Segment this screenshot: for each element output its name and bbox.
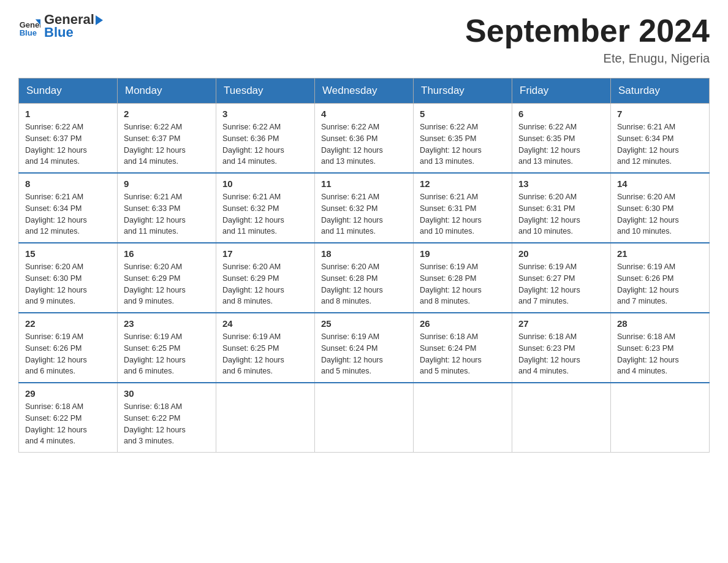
page-header: General Blue General Blue September 2024… bbox=[18, 12, 710, 66]
col-thursday: Thursday bbox=[414, 79, 512, 104]
day-number: 7 bbox=[617, 109, 703, 119]
day-number: 2 bbox=[124, 109, 210, 119]
table-row: 29 Sunrise: 6:18 AM Sunset: 6:22 PM Dayl… bbox=[19, 383, 118, 453]
day-number: 16 bbox=[124, 248, 210, 259]
day-info: Sunrise: 6:18 AM Sunset: 6:24 PM Dayligh… bbox=[420, 331, 506, 377]
table-row: 2 Sunrise: 6:22 AM Sunset: 6:37 PM Dayli… bbox=[118, 104, 216, 174]
day-number: 1 bbox=[25, 109, 111, 119]
table-row: 15 Sunrise: 6:20 AM Sunset: 6:30 PM Dayl… bbox=[19, 243, 118, 313]
calendar-week-row: 22 Sunrise: 6:19 AM Sunset: 6:26 PM Dayl… bbox=[19, 313, 710, 383]
table-row: 18 Sunrise: 6:20 AM Sunset: 6:28 PM Dayl… bbox=[315, 243, 414, 313]
calendar-subtitle: Ete, Enugu, Nigeria bbox=[465, 52, 710, 66]
day-number: 17 bbox=[222, 248, 308, 259]
day-info: Sunrise: 6:19 AM Sunset: 6:26 PM Dayligh… bbox=[617, 261, 703, 307]
day-info: Sunrise: 6:22 AM Sunset: 6:35 PM Dayligh… bbox=[518, 121, 604, 167]
day-info: Sunrise: 6:20 AM Sunset: 6:31 PM Dayligh… bbox=[518, 191, 604, 237]
table-row: 10 Sunrise: 6:21 AM Sunset: 6:32 PM Dayl… bbox=[216, 173, 315, 243]
table-row: 30 Sunrise: 6:18 AM Sunset: 6:22 PM Dayl… bbox=[118, 383, 216, 453]
table-row: 4 Sunrise: 6:22 AM Sunset: 6:36 PM Dayli… bbox=[315, 104, 414, 174]
table-row: 13 Sunrise: 6:20 AM Sunset: 6:31 PM Dayl… bbox=[512, 173, 611, 243]
day-info: Sunrise: 6:22 AM Sunset: 6:37 PM Dayligh… bbox=[25, 121, 111, 167]
day-info: Sunrise: 6:20 AM Sunset: 6:29 PM Dayligh… bbox=[124, 261, 210, 307]
day-info: Sunrise: 6:22 AM Sunset: 6:37 PM Dayligh… bbox=[124, 121, 210, 167]
day-number: 13 bbox=[518, 178, 604, 189]
table-row bbox=[512, 383, 611, 453]
table-row: 22 Sunrise: 6:19 AM Sunset: 6:26 PM Dayl… bbox=[19, 313, 118, 383]
logo: General Blue General Blue bbox=[18, 12, 103, 40]
logo-flag bbox=[96, 15, 103, 25]
table-row: 5 Sunrise: 6:22 AM Sunset: 6:35 PM Dayli… bbox=[414, 104, 512, 174]
day-number: 26 bbox=[420, 318, 506, 329]
table-row: 1 Sunrise: 6:22 AM Sunset: 6:37 PM Dayli… bbox=[19, 104, 118, 174]
table-row: 6 Sunrise: 6:22 AM Sunset: 6:35 PM Dayli… bbox=[512, 104, 611, 174]
calendar-header-row: Sunday Monday Tuesday Wednesday Thursday… bbox=[19, 79, 710, 104]
day-info: Sunrise: 6:20 AM Sunset: 6:28 PM Dayligh… bbox=[321, 261, 407, 307]
day-info: Sunrise: 6:18 AM Sunset: 6:23 PM Dayligh… bbox=[617, 331, 703, 377]
calendar-week-row: 15 Sunrise: 6:20 AM Sunset: 6:30 PM Dayl… bbox=[19, 243, 710, 313]
day-number: 18 bbox=[321, 248, 407, 259]
calendar-week-row: 8 Sunrise: 6:21 AM Sunset: 6:34 PM Dayli… bbox=[19, 173, 710, 243]
day-number: 8 bbox=[25, 178, 111, 189]
day-info: Sunrise: 6:19 AM Sunset: 6:28 PM Dayligh… bbox=[420, 261, 506, 307]
col-wednesday: Wednesday bbox=[315, 79, 414, 104]
table-row bbox=[611, 383, 710, 453]
col-sunday: Sunday bbox=[19, 79, 118, 104]
table-row: 7 Sunrise: 6:21 AM Sunset: 6:34 PM Dayli… bbox=[611, 104, 710, 174]
day-info: Sunrise: 6:18 AM Sunset: 6:22 PM Dayligh… bbox=[25, 401, 111, 447]
logo-icon: General Blue bbox=[18, 15, 40, 37]
table-row: 12 Sunrise: 6:21 AM Sunset: 6:31 PM Dayl… bbox=[414, 173, 512, 243]
table-row: 8 Sunrise: 6:21 AM Sunset: 6:34 PM Dayli… bbox=[19, 173, 118, 243]
day-info: Sunrise: 6:21 AM Sunset: 6:34 PM Dayligh… bbox=[617, 121, 703, 167]
day-number: 3 bbox=[222, 109, 308, 119]
day-info: Sunrise: 6:22 AM Sunset: 6:36 PM Dayligh… bbox=[321, 121, 407, 167]
day-number: 20 bbox=[518, 248, 604, 259]
day-info: Sunrise: 6:20 AM Sunset: 6:29 PM Dayligh… bbox=[222, 261, 308, 307]
day-number: 9 bbox=[124, 178, 210, 189]
table-row: 26 Sunrise: 6:18 AM Sunset: 6:24 PM Dayl… bbox=[414, 313, 512, 383]
day-info: Sunrise: 6:21 AM Sunset: 6:32 PM Dayligh… bbox=[321, 191, 407, 237]
day-number: 22 bbox=[25, 318, 111, 329]
day-number: 24 bbox=[222, 318, 308, 329]
table-row bbox=[216, 383, 315, 453]
day-number: 10 bbox=[222, 178, 308, 189]
day-number: 15 bbox=[25, 248, 111, 259]
table-row: 19 Sunrise: 6:19 AM Sunset: 6:28 PM Dayl… bbox=[414, 243, 512, 313]
col-monday: Monday bbox=[118, 79, 216, 104]
day-number: 11 bbox=[321, 178, 407, 189]
table-row bbox=[315, 383, 414, 453]
day-info: Sunrise: 6:22 AM Sunset: 6:36 PM Dayligh… bbox=[222, 121, 308, 167]
day-number: 6 bbox=[518, 109, 604, 119]
table-row bbox=[414, 383, 512, 453]
day-info: Sunrise: 6:18 AM Sunset: 6:22 PM Dayligh… bbox=[124, 401, 210, 447]
day-number: 29 bbox=[25, 388, 111, 399]
day-number: 30 bbox=[124, 388, 210, 399]
day-info: Sunrise: 6:19 AM Sunset: 6:24 PM Dayligh… bbox=[321, 331, 407, 377]
day-info: Sunrise: 6:20 AM Sunset: 6:30 PM Dayligh… bbox=[617, 191, 703, 237]
day-number: 27 bbox=[518, 318, 604, 329]
day-number: 21 bbox=[617, 248, 703, 259]
table-row: 20 Sunrise: 6:19 AM Sunset: 6:27 PM Dayl… bbox=[512, 243, 611, 313]
day-info: Sunrise: 6:21 AM Sunset: 6:34 PM Dayligh… bbox=[25, 191, 111, 237]
table-row: 3 Sunrise: 6:22 AM Sunset: 6:36 PM Dayli… bbox=[216, 104, 315, 174]
calendar-table: Sunday Monday Tuesday Wednesday Thursday… bbox=[18, 78, 710, 453]
day-info: Sunrise: 6:20 AM Sunset: 6:30 PM Dayligh… bbox=[25, 261, 111, 307]
title-block: September 2024 Ete, Enugu, Nigeria bbox=[465, 12, 710, 66]
table-row: 27 Sunrise: 6:18 AM Sunset: 6:23 PM Dayl… bbox=[512, 313, 611, 383]
calendar-title: September 2024 bbox=[465, 12, 710, 49]
day-info: Sunrise: 6:21 AM Sunset: 6:32 PM Dayligh… bbox=[222, 191, 308, 237]
table-row: 16 Sunrise: 6:20 AM Sunset: 6:29 PM Dayl… bbox=[118, 243, 216, 313]
col-saturday: Saturday bbox=[611, 79, 710, 104]
table-row: 9 Sunrise: 6:21 AM Sunset: 6:33 PM Dayli… bbox=[118, 173, 216, 243]
day-number: 25 bbox=[321, 318, 407, 329]
table-row: 23 Sunrise: 6:19 AM Sunset: 6:25 PM Dayl… bbox=[118, 313, 216, 383]
table-row: 28 Sunrise: 6:18 AM Sunset: 6:23 PM Dayl… bbox=[611, 313, 710, 383]
day-number: 23 bbox=[124, 318, 210, 329]
day-number: 5 bbox=[420, 109, 506, 119]
table-row: 24 Sunrise: 6:19 AM Sunset: 6:25 PM Dayl… bbox=[216, 313, 315, 383]
day-info: Sunrise: 6:19 AM Sunset: 6:25 PM Dayligh… bbox=[222, 331, 308, 377]
table-row: 25 Sunrise: 6:19 AM Sunset: 6:24 PM Dayl… bbox=[315, 313, 414, 383]
day-info: Sunrise: 6:19 AM Sunset: 6:26 PM Dayligh… bbox=[25, 331, 111, 377]
day-info: Sunrise: 6:18 AM Sunset: 6:23 PM Dayligh… bbox=[518, 331, 604, 377]
day-number: 4 bbox=[321, 109, 407, 119]
table-row: 14 Sunrise: 6:20 AM Sunset: 6:30 PM Dayl… bbox=[611, 173, 710, 243]
